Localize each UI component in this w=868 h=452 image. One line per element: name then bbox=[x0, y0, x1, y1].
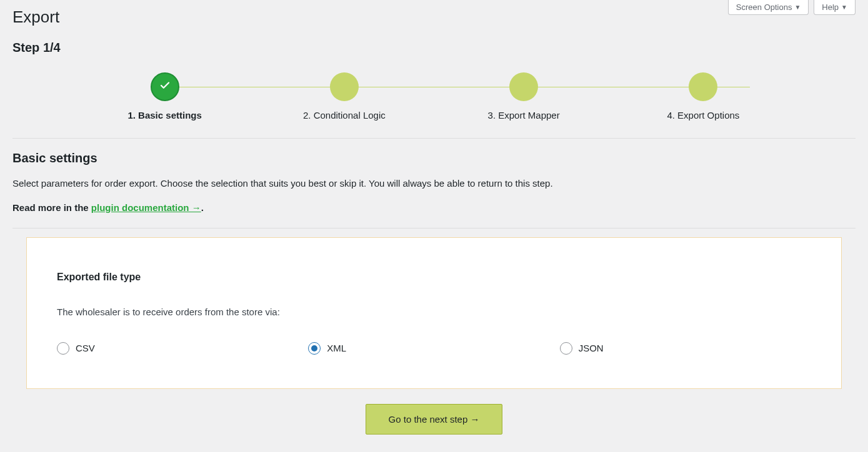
next-step-button[interactable]: Go to the next step → bbox=[366, 404, 503, 435]
divider bbox=[12, 138, 856, 139]
step-label: 4. Export Options bbox=[667, 110, 739, 120]
radio-xml[interactable] bbox=[308, 342, 321, 355]
section-title: Basic settings bbox=[12, 151, 856, 165]
screen-options-button[interactable]: Screen Options ▼ bbox=[728, 0, 809, 15]
panel-description: The wholesaler is to receive orders from… bbox=[57, 307, 811, 317]
radio-option-json[interactable]: JSON bbox=[560, 342, 811, 355]
checkmark-icon bbox=[159, 80, 171, 94]
step-circle-active bbox=[151, 72, 179, 101]
step-circle bbox=[689, 72, 717, 101]
panel-title: Exported file type bbox=[57, 272, 811, 283]
radio-json[interactable] bbox=[560, 342, 572, 355]
step-circle bbox=[330, 72, 359, 101]
step-conditional-logic[interactable]: 2. Conditional Logic bbox=[254, 72, 434, 120]
step-circle bbox=[509, 72, 538, 101]
caret-down-icon: ▼ bbox=[794, 4, 801, 11]
radio-option-csv[interactable]: CSV bbox=[57, 342, 308, 355]
step-export-options[interactable]: 4. Export Options bbox=[614, 72, 793, 120]
help-button[interactable]: Help ▼ bbox=[814, 0, 856, 15]
step-label: 3. Export Mapper bbox=[488, 110, 560, 120]
help-label: Help bbox=[822, 2, 839, 12]
radio-label-xml: XML bbox=[327, 343, 346, 353]
step-label: 1. Basic settings bbox=[127, 110, 201, 120]
section-description: Select parameters for order export. Choo… bbox=[12, 177, 856, 191]
doc-prefix: Read more in the bbox=[12, 202, 91, 213]
radio-csv[interactable] bbox=[57, 342, 69, 355]
doc-line: Read more in the plugin documentation →. bbox=[12, 202, 856, 213]
caret-down-icon: ▼ bbox=[841, 4, 847, 11]
doc-suffix: . bbox=[201, 202, 204, 213]
plugin-documentation-link[interactable]: plugin documentation → bbox=[91, 202, 201, 213]
divider bbox=[12, 228, 856, 228]
step-basic-settings[interactable]: 1. Basic settings bbox=[75, 72, 254, 120]
stepper: 1. Basic settings 2. Conditional Logic 3… bbox=[75, 72, 793, 120]
radio-label-json: JSON bbox=[579, 343, 604, 353]
step-label: 2. Conditional Logic bbox=[303, 110, 386, 120]
file-type-panel: Exported file type The wholesaler is to … bbox=[26, 237, 842, 389]
step-heading: Step 1/4 bbox=[12, 41, 856, 55]
radio-label-csv: CSV bbox=[76, 343, 95, 353]
step-export-mapper[interactable]: 3. Export Mapper bbox=[434, 72, 614, 120]
radio-option-xml[interactable]: XML bbox=[308, 342, 559, 355]
next-button-wrap: Go to the next step → bbox=[12, 404, 856, 453]
file-type-radios: CSV XML JSON bbox=[57, 342, 811, 355]
screen-options-label: Screen Options bbox=[736, 2, 792, 12]
